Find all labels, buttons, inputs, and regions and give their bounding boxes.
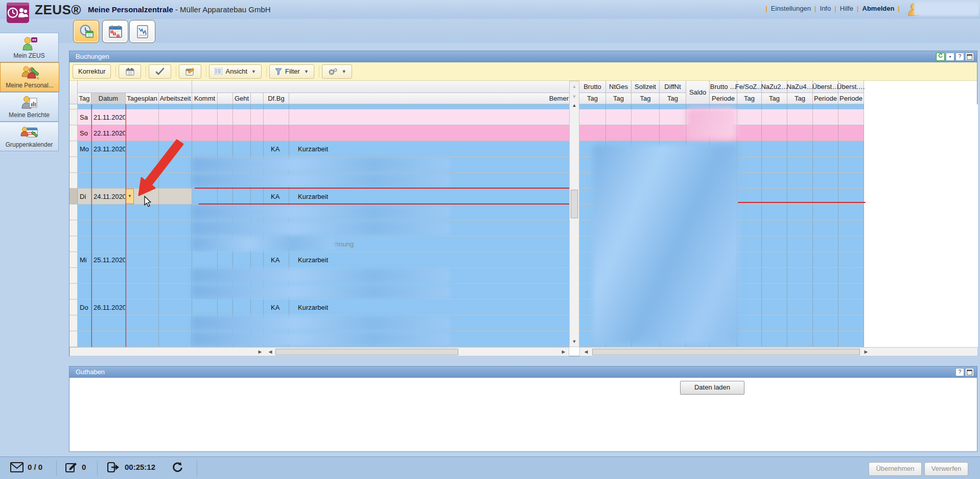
value-cell[interactable]	[813, 125, 838, 141]
cell-k2[interactable]	[218, 189, 233, 204]
cell-arbeitszeit[interactable]	[159, 125, 192, 141]
value-cell[interactable]	[762, 315, 787, 331]
cell-k2[interactable]	[218, 125, 233, 141]
table-row-21.11.2020[interactable]: Sa21.11.2020	[69, 109, 569, 125]
table-row-23.11.2020[interactable]: Mo23.11.2020KAKurzarbeit	[69, 141, 569, 157]
value-cell[interactable]	[737, 204, 762, 220]
column-header-dfbg[interactable]: Df.Bg	[264, 93, 289, 104]
cell-tagesplan[interactable]	[126, 284, 159, 299]
cell-geht[interactable]	[233, 300, 251, 315]
cell-arbeitszeit[interactable]	[159, 236, 192, 252]
cell-arbeitszeit[interactable]	[159, 204, 192, 220]
cell-dfbg[interactable]: KA	[264, 252, 289, 267]
cell-tagesplan[interactable]	[126, 204, 159, 220]
cell-tagesplan[interactable]	[126, 268, 159, 283]
value-cell[interactable]	[813, 204, 838, 220]
cell-arbeitszeit[interactable]	[159, 109, 192, 125]
row-select-cell[interactable]	[69, 204, 78, 220]
value-cell[interactable]	[606, 125, 632, 141]
cell-tagesplan[interactable]	[126, 109, 159, 125]
value-cell[interactable]	[762, 157, 787, 172]
value-cell[interactable]	[737, 141, 762, 156]
cell-arbeitszeit[interactable]	[159, 189, 192, 204]
cell-g2[interactable]	[251, 189, 264, 204]
cell-k2[interactable]	[218, 109, 233, 125]
cell-kommt[interactable]	[192, 189, 218, 204]
cell-tag[interactable]: Sa	[78, 109, 91, 125]
value-cell[interactable]	[632, 125, 660, 141]
cell-bem[interactable]: Kurzarbeit	[289, 141, 569, 156]
cell-tag[interactable]	[78, 331, 91, 347]
auto-refresh-icon[interactable]	[936, 53, 945, 61]
cell-tag[interactable]	[78, 104, 91, 109]
column-header-nazu2[interactable]: NaZu2…Tag	[762, 81, 787, 104]
value-cell[interactable]	[813, 315, 838, 331]
cell-datum[interactable]: 25.11.2020	[91, 252, 126, 267]
table-row[interactable]	[69, 268, 569, 284]
calendar-plan-view-button[interactable]	[102, 20, 128, 43]
value-cell[interactable]	[762, 331, 787, 347]
cell-tag[interactable]: So	[78, 125, 91, 141]
value-cell[interactable]	[838, 284, 864, 299]
verwerfen-button[interactable]: Verwerfen	[924, 462, 968, 476]
cell-arbeitszeit[interactable]	[159, 315, 192, 331]
value-cell[interactable]	[762, 220, 787, 236]
cell-k2[interactable]	[218, 252, 233, 267]
value-cell[interactable]	[787, 220, 813, 236]
value-cell[interactable]	[762, 252, 787, 267]
cell-tagesplan[interactable]	[126, 125, 159, 141]
cell-datum[interactable]	[91, 157, 126, 172]
tagesplan-dropdown-button[interactable]: ▼	[126, 189, 134, 204]
cell-datum[interactable]	[91, 236, 126, 252]
cell-bem[interactable]: Kurzarbeit	[289, 189, 569, 204]
cell-tagesplan[interactable]	[126, 173, 159, 188]
value-cell[interactable]	[762, 125, 787, 141]
value-cell[interactable]	[737, 173, 762, 188]
cell-tagesplan[interactable]	[126, 141, 159, 156]
cell-dfbg[interactable]: KA	[264, 141, 289, 156]
column-header-sollzeit[interactable]: SollzeitTag	[632, 81, 660, 104]
sidebar-item-mein-zeus[interactable]: Mein ZEUS	[0, 33, 59, 62]
info-link[interactable]: Info	[820, 5, 831, 12]
cell-tagesplan[interactable]: ▼	[126, 189, 159, 204]
bookings-view-button[interactable]	[73, 20, 99, 43]
corrections-icon[interactable]	[65, 462, 78, 475]
value-cell[interactable]	[813, 109, 838, 125]
table-row[interactable]	[69, 331, 569, 347]
cell-bem[interactable]	[289, 125, 569, 141]
table-row[interactable]	[69, 157, 569, 173]
row-select-cell[interactable]	[69, 284, 78, 299]
value-cell[interactable]	[838, 125, 864, 141]
cell-datum[interactable]	[91, 284, 126, 299]
cell-g2[interactable]	[251, 141, 264, 156]
value-cell[interactable]	[787, 204, 813, 220]
cell-datum[interactable]: 24.11.2020	[91, 189, 126, 204]
value-cell[interactable]	[737, 125, 762, 141]
value-cell[interactable]	[762, 109, 787, 125]
row-select-cell[interactable]	[69, 157, 78, 172]
cell-datum[interactable]: 21.11.2020	[91, 109, 126, 125]
value-cell[interactable]	[813, 157, 838, 172]
hilfe-link[interactable]: Hilfe	[840, 5, 853, 12]
scroll-down-mini-icon[interactable]: ▼	[570, 92, 579, 102]
cell-geht[interactable]	[233, 252, 251, 267]
value-cell[interactable]	[813, 300, 838, 315]
value-cell[interactable]	[813, 173, 838, 188]
column-header-ntges[interactable]: NtGesTag	[606, 81, 632, 104]
table-row[interactable]	[69, 220, 569, 236]
value-cell[interactable]	[737, 220, 762, 236]
cell-tagesplan[interactable]	[126, 315, 159, 331]
vertical-scrollbar[interactable]: ▲ ▼ ▲ ▼	[569, 81, 579, 347]
cell-arbeitszeit[interactable]	[159, 173, 192, 188]
value-cell[interactable]	[606, 104, 632, 109]
detach-panel-icon[interactable]: ▪	[946, 53, 954, 61]
column-header-tag[interactable]: Tag	[78, 93, 91, 104]
value-cell[interactable]	[813, 331, 838, 347]
value-cell[interactable]	[838, 220, 864, 236]
column-header-spacer[interactable]	[251, 93, 264, 104]
value-cell[interactable]	[838, 109, 864, 125]
right-horizontal-scrollbar[interactable]: ◀ ▶	[579, 347, 978, 356]
confirm-button[interactable]	[149, 64, 171, 79]
row-select-cell[interactable]	[69, 331, 78, 347]
value-cell[interactable]	[737, 300, 762, 315]
